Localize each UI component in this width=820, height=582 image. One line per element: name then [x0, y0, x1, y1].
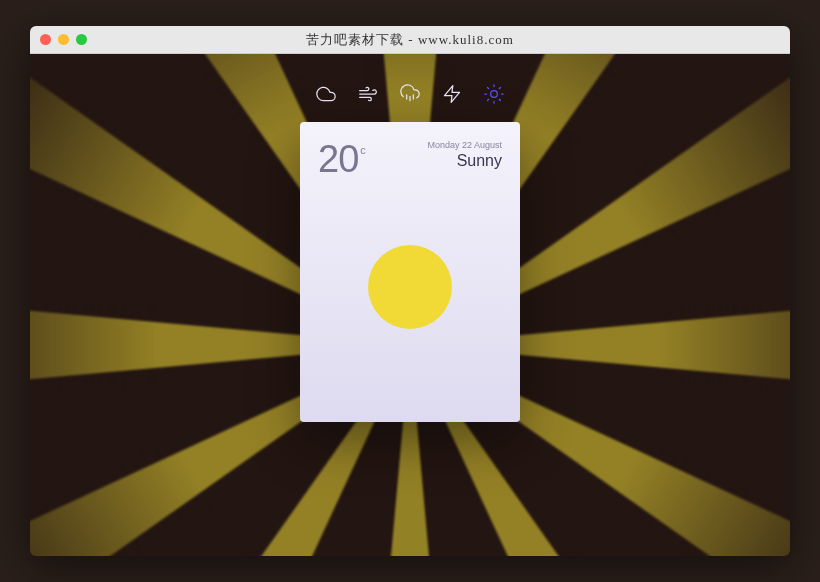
- sun-icon[interactable]: [484, 84, 504, 104]
- svg-line-8: [488, 99, 489, 100]
- window-title: 苦力吧素材下载 - www.kuli8.com: [30, 31, 790, 49]
- content: 20 c Monday 22 August Sunny: [30, 54, 790, 556]
- viewport: 20 c Monday 22 August Sunny: [30, 54, 790, 556]
- weather-card: 20 c Monday 22 August Sunny: [300, 122, 520, 422]
- condition-text: Sunny: [427, 152, 502, 170]
- svg-line-4: [488, 88, 489, 89]
- maximize-window-button[interactable]: [76, 34, 87, 45]
- svg-marker-0: [445, 86, 460, 103]
- temperature-block: 20 c: [318, 140, 366, 178]
- traffic-lights: [30, 34, 87, 45]
- svg-point-1: [491, 91, 498, 98]
- temperature-unit: c: [360, 144, 366, 156]
- svg-line-5: [499, 99, 500, 100]
- date-condition-block: Monday 22 August Sunny: [427, 140, 502, 170]
- cloud-icon[interactable]: [316, 84, 336, 104]
- weather-icon-row: [316, 84, 504, 104]
- title-bar: 苦力吧素材下载 - www.kuli8.com: [30, 26, 790, 54]
- browser-window: 苦力吧素材下载 - www.kuli8.com: [30, 26, 790, 556]
- sun-graphic: [368, 245, 452, 329]
- minimize-window-button[interactable]: [58, 34, 69, 45]
- card-header: 20 c Monday 22 August Sunny: [318, 140, 502, 178]
- close-window-button[interactable]: [40, 34, 51, 45]
- date-text: Monday 22 August: [427, 140, 502, 150]
- lightning-icon[interactable]: [442, 84, 462, 104]
- rain-icon[interactable]: [400, 84, 420, 104]
- wind-icon[interactable]: [358, 84, 378, 104]
- temperature-value: 20: [318, 140, 358, 178]
- svg-line-9: [499, 88, 500, 89]
